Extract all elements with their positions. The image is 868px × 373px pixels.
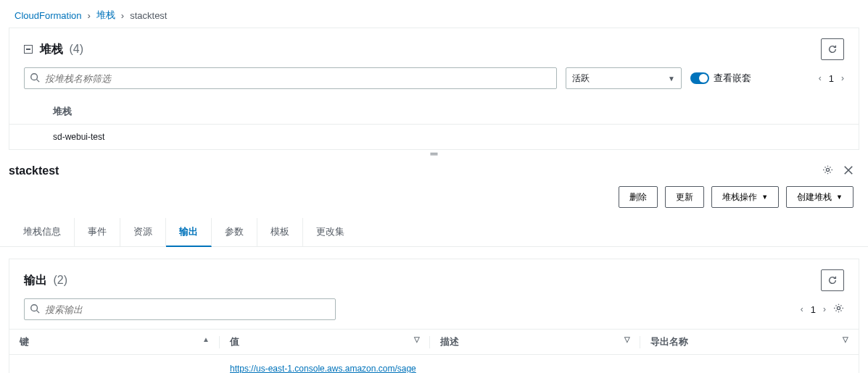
outputs-search (24, 298, 336, 320)
table-row: NotebookURL https://us-east-1.console.aw… (9, 355, 859, 374)
col-value[interactable]: 值▽ (220, 330, 430, 355)
output-export: - (640, 355, 859, 374)
output-desc: SageMaker Notebook Instance URL. (430, 355, 640, 374)
create-stack-button[interactable]: 创建堆栈▼ (786, 186, 853, 208)
breadcrumb-current: stacktest (130, 10, 167, 21)
outputs-table: 键▲ 值▽ 描述▽ 导出名称▽ NotebookURL https://us-e… (9, 329, 859, 373)
stacks-pager: ‹ 1 › (819, 73, 844, 84)
svg-point-7 (837, 306, 840, 309)
chevron-right-icon: › (88, 10, 91, 21)
detail-header: stacktest (0, 157, 868, 182)
page-prev[interactable]: ‹ (801, 304, 803, 314)
toggle-on-icon (690, 72, 709, 84)
tab-params[interactable]: 参数 (212, 218, 257, 246)
tab-resources[interactable]: 资源 (120, 218, 166, 246)
svg-line-6 (37, 311, 40, 314)
stack-ops-button[interactable]: 堆栈操作▼ (711, 186, 779, 208)
outputs-panel: 输出 (2) ‹ 1 › 键▲ 值▽ 描述▽ 导出名称▽ (9, 259, 859, 373)
gear-icon[interactable] (833, 303, 844, 316)
refresh-icon (827, 275, 838, 285)
view-nested-toggle[interactable]: 查看嵌套 (690, 72, 751, 85)
refresh-button[interactable] (821, 269, 844, 291)
page-number: 1 (829, 73, 834, 84)
sort-icon: ▽ (414, 335, 420, 343)
col-key[interactable]: 键▲ (9, 330, 220, 355)
detail-tabs: 堆栈信息 事件 资源 输出 参数 模板 更改集 (0, 218, 868, 247)
chevron-right-icon: › (121, 10, 124, 21)
stack-name-title: stacktest (9, 164, 59, 177)
stack-actions: 删除 更新 堆栈操作▼ 创建堆栈▼ (0, 182, 868, 218)
close-icon[interactable] (843, 165, 853, 177)
caret-down-icon: ▼ (761, 193, 768, 201)
stack-search (24, 67, 557, 89)
tab-changesets[interactable]: 更改集 (303, 218, 357, 246)
delete-button[interactable]: 删除 (619, 186, 658, 208)
stacks-title: 堆栈 (4) (40, 42, 83, 57)
breadcrumb-stacks[interactable]: 堆栈 (96, 9, 115, 22)
tab-outputs[interactable]: 输出 (166, 218, 212, 247)
col-export[interactable]: 导出名称▽ (640, 330, 859, 355)
stack-search-input[interactable] (24, 67, 557, 89)
stacks-panel: 堆栈 (4) 活跃 ▼ 查看嵌套 ‹ 1 › 堆栈 sd-webui-test (9, 28, 859, 150)
output-key: NotebookURL (9, 355, 220, 374)
page-prev[interactable]: ‹ (819, 73, 822, 83)
table-row[interactable]: sd-webui-test (9, 125, 859, 149)
outputs-title: 输出 (2) (24, 273, 67, 288)
search-icon (30, 303, 40, 316)
tab-events[interactable]: 事件 (75, 218, 120, 246)
sort-asc-icon: ▲ (202, 335, 210, 343)
col-desc[interactable]: 描述▽ (430, 330, 640, 355)
sort-icon: ▽ (624, 335, 630, 343)
caret-down-icon: ▼ (836, 193, 843, 201)
svg-point-2 (826, 168, 829, 171)
splitter-handle[interactable]: ═ (0, 150, 868, 157)
caret-down-icon: ▼ (668, 75, 675, 83)
svg-point-0 (31, 74, 38, 80)
collapse-icon[interactable] (24, 45, 33, 54)
tab-template[interactable]: 模板 (257, 218, 303, 246)
refresh-button[interactable] (821, 38, 844, 60)
sort-icon: ▽ (843, 335, 848, 343)
svg-point-5 (31, 305, 38, 311)
status-filter-dropdown[interactable]: 活跃 ▼ (566, 67, 682, 89)
output-value-link[interactable]: https://us-east-1.console.aws.amazon.com… (230, 364, 419, 373)
tab-info[interactable]: 堆栈信息 (10, 218, 75, 246)
svg-line-1 (37, 80, 40, 83)
breadcrumb: CloudFormation › 堆栈 › stacktest (0, 0, 868, 28)
page-next[interactable]: › (841, 73, 844, 83)
page-number: 1 (811, 304, 816, 315)
breadcrumb-root[interactable]: CloudFormation (15, 10, 82, 21)
stacks-col-header: 堆栈 (9, 99, 859, 125)
outputs-pager: ‹ 1 › (801, 303, 844, 316)
refresh-icon (827, 44, 838, 54)
update-button[interactable]: 更新 (665, 186, 704, 208)
search-icon (30, 72, 40, 85)
outputs-search-input[interactable] (24, 298, 336, 320)
page-next[interactable]: › (823, 304, 826, 314)
gear-icon[interactable] (822, 164, 833, 177)
